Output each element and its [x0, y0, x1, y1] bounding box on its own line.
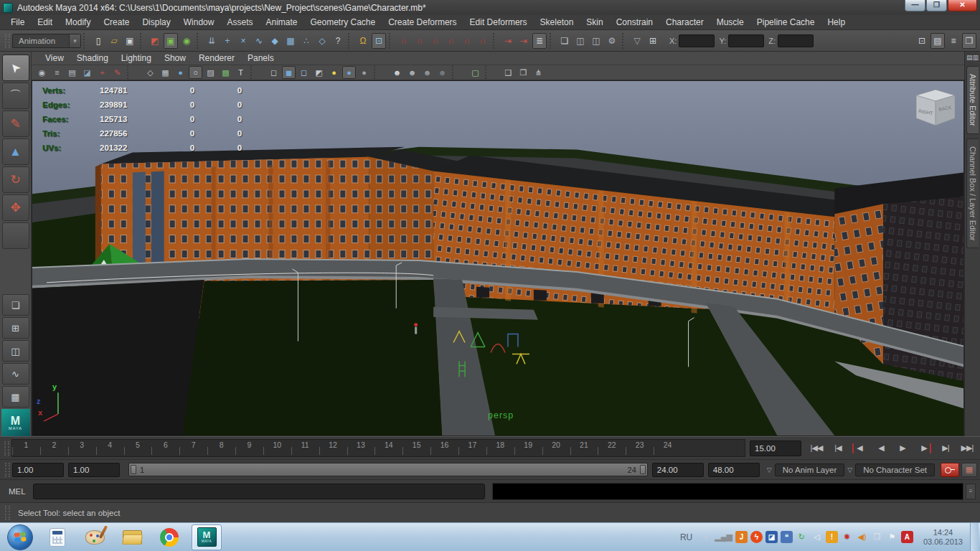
- light-bulb-gray-icon[interactable]: ●: [357, 66, 371, 79]
- separator[interactable]: [83, 33, 88, 49]
- separator[interactable]: [374, 66, 387, 79]
- tab-channel-box[interactable]: Channel Box / Layer Editor: [966, 138, 979, 248]
- menu-geometry-cache[interactable]: Geometry Cache: [304, 15, 382, 29]
- auto-keyframe-button[interactable]: [941, 463, 959, 477]
- panel-menu-lighting[interactable]: Lighting: [115, 51, 158, 65]
- taskbar-clock[interactable]: 14:24 03.06.2013: [923, 528, 963, 547]
- separator[interactable]: [127, 66, 141, 79]
- light-bulb-yellow-icon[interactable]: ●: [327, 66, 341, 79]
- range-slider[interactable]: 1 24: [128, 463, 648, 476]
- character-set-selector[interactable]: No Character Set: [855, 463, 935, 476]
- timeline-tick-20[interactable]: 20: [542, 440, 570, 456]
- menu-animate[interactable]: Animate: [259, 15, 303, 29]
- range-start-handle[interactable]: [131, 465, 136, 474]
- xray-head-1-icon[interactable]: ☻: [390, 66, 404, 79]
- panel-menu-renderer[interactable]: Renderer: [192, 51, 241, 65]
- layout-hypershade-pane-button[interactable]: ▦: [2, 386, 29, 408]
- paint-select-tool-button[interactable]: ✎: [2, 110, 29, 137]
- timeline-tick-12[interactable]: 12: [319, 440, 347, 456]
- center-view-icon[interactable]: ⊞: [646, 33, 660, 49]
- timeline-tick-22[interactable]: 22: [598, 440, 626, 456]
- menu-muscle[interactable]: Muscle: [710, 15, 750, 29]
- smooth-shaded-icon[interactable]: ●: [174, 66, 187, 79]
- quick-select-arrow-icon[interactable]: ▽: [630, 33, 644, 49]
- show-desktop-button[interactable]: [970, 523, 979, 551]
- tray-red-icon[interactable]: ✺: [841, 531, 853, 543]
- separator[interactable]: [250, 66, 264, 79]
- taskbar-chrome-button[interactable]: [154, 524, 184, 550]
- panel-menu-view[interactable]: View: [39, 51, 70, 65]
- separator[interactable]: [389, 33, 394, 49]
- menu-modify[interactable]: Modify: [59, 15, 97, 29]
- camera-attributes-icon[interactable]: ≡: [50, 66, 64, 79]
- timeline-tick-17[interactable]: 17: [458, 440, 486, 456]
- menu-character[interactable]: Character: [659, 15, 710, 29]
- snap-curve-icon[interactable]: ∩: [413, 33, 427, 49]
- image-plane-icon[interactable]: ◪: [80, 66, 94, 79]
- tray-action-center-icon[interactable]: ⚑: [886, 531, 898, 543]
- textured-checker-icon[interactable]: ◩: [312, 66, 326, 79]
- timeline-tick-24[interactable]: 24: [654, 440, 682, 456]
- anim-layer-selector[interactable]: No Anim Layer: [775, 463, 844, 476]
- separator[interactable]: [140, 33, 145, 49]
- flat-lighting-icon[interactable]: ◻: [297, 66, 311, 79]
- snap-grid-icon[interactable]: ∩: [397, 33, 411, 49]
- tray-clipboard-icon[interactable]: ❒: [871, 531, 883, 543]
- tab-attribute-editor[interactable]: Attribute Editor: [966, 66, 979, 134]
- tray-adobe-icon[interactable]: A: [901, 531, 913, 543]
- output-connections-icon[interactable]: ⇥: [517, 33, 531, 49]
- timeline-tick-23[interactable]: 23: [626, 440, 654, 456]
- playback-end-field[interactable]: [652, 463, 704, 477]
- script-editor-toggle-icon[interactable]: ≡: [966, 484, 976, 499]
- textured-icon[interactable]: ▩: [219, 66, 232, 79]
- menu-constrain[interactable]: Constrain: [610, 15, 659, 29]
- mask-misc-icon[interactable]: ?: [331, 33, 345, 49]
- layout-single-pane-button[interactable]: ❏: [2, 294, 29, 316]
- object-counter-icon[interactable]: ⊡: [915, 33, 929, 49]
- go-to-start-button[interactable]: |◀◀: [806, 440, 827, 457]
- chevron-down-icon[interactable]: ▽: [847, 466, 852, 474]
- separator[interactable]: [452, 66, 466, 79]
- tray-sync-icon[interactable]: ↻: [796, 531, 808, 543]
- last-tool-slot[interactable]: [2, 222, 29, 249]
- chevron-down-icon[interactable]: ▽: [767, 466, 772, 474]
- scale-tool-button[interactable]: ✥: [2, 194, 29, 221]
- layout-graph-pane-button[interactable]: ∿: [2, 363, 29, 385]
- timeline-tick-8[interactable]: 8: [207, 440, 235, 456]
- menu-set-dropdown[interactable]: Animation ▾: [12, 34, 81, 48]
- time-slider-grip[interactable]: [4, 441, 9, 456]
- animation-preferences-button[interactable]: ▦: [961, 463, 977, 477]
- channel-box-toggle-icon[interactable]: ❐: [962, 33, 976, 49]
- play-backwards-button[interactable]: ◀: [870, 440, 892, 457]
- x-input[interactable]: [679, 34, 715, 47]
- y-input[interactable]: [728, 34, 764, 47]
- menu-pipeline-cache[interactable]: Pipeline Cache: [750, 15, 821, 29]
- timeline-tick-10[interactable]: 10: [263, 440, 291, 456]
- tray-speaker-icon[interactable]: ◀): [856, 531, 868, 543]
- open-scene-icon[interactable]: ▱: [107, 33, 121, 49]
- mel-input[interactable]: [33, 484, 485, 499]
- mask-dynamics-icon[interactable]: ∴: [299, 33, 314, 49]
- menu-assets[interactable]: Assets: [220, 15, 259, 29]
- timeline-tick-4[interactable]: 4: [96, 440, 124, 456]
- collapse-arrows-icon[interactable]: ⇊: [204, 33, 219, 49]
- menu-skeleton[interactable]: Skeleton: [534, 15, 580, 29]
- wireframe-icon[interactable]: ◇: [143, 66, 157, 79]
- separator[interactable]: [348, 33, 353, 49]
- xray-head-2-icon[interactable]: ☻: [405, 66, 419, 79]
- bookmarks-icon[interactable]: ▤: [65, 66, 79, 79]
- mask-surfaces-icon[interactable]: ◆: [268, 33, 282, 49]
- construction-history-icon[interactable]: ≣: [532, 33, 547, 49]
- taskbar-maya-button[interactable]: MMAYA: [192, 524, 222, 550]
- timeline-tick-14[interactable]: 14: [374, 440, 402, 456]
- close-button[interactable]: ✕: [948, 0, 977, 11]
- select-object-icon[interactable]: ▣: [164, 33, 178, 49]
- separator[interactable]: [550, 33, 555, 49]
- timeline-tick-15[interactable]: 15: [402, 440, 430, 456]
- mask-points-icon[interactable]: +: [220, 33, 235, 49]
- timeline-tick-6[interactable]: 6: [151, 440, 179, 456]
- step-forward-key-button[interactable]: ▶: [913, 440, 935, 457]
- z-input[interactable]: [778, 34, 814, 47]
- tray-messenger-icon[interactable]: ❝: [781, 531, 793, 543]
- select-hierarchy-icon[interactable]: ◩: [148, 33, 162, 49]
